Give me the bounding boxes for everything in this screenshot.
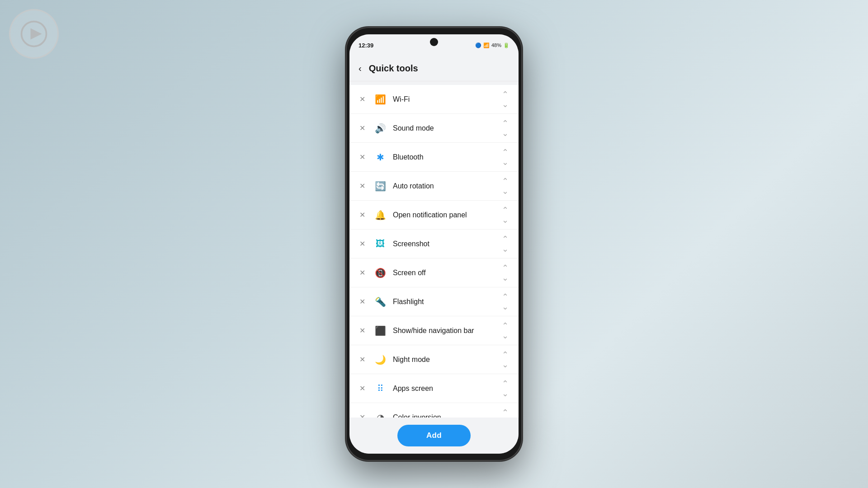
reorder-btn-wifi[interactable]: ⌃⌄: [499, 93, 511, 106]
label-screenshot: Screenshot: [393, 240, 499, 248]
remove-btn-wifi[interactable]: ✕: [357, 94, 368, 105]
tools-list: ✕ 📶 Wi-Fi ⌃⌄ ✕ 🔊 Sound mode ⌃⌄ ✕ ✱ Bluet…: [349, 81, 519, 418]
label-colorinvert: Color inversion: [393, 413, 499, 418]
remove-btn-colorinvert[interactable]: ✕: [357, 412, 368, 418]
label-appsscreen: Apps screen: [393, 385, 499, 393]
status-time: 12:39: [359, 42, 373, 49]
remove-btn-nightmode[interactable]: ✕: [357, 354, 368, 365]
front-camera: [430, 38, 438, 46]
label-navbar: Show/hide navigation bar: [393, 327, 499, 335]
reorder-btn-nightmode[interactable]: ⌃⌄: [499, 353, 511, 366]
signal-icon: 📶: [483, 42, 490, 48]
svg-marker-1: [31, 28, 42, 40]
icon-notifpanel: 🔔: [373, 208, 387, 222]
label-autorotate: Auto rotation: [393, 182, 499, 190]
list-item-screenshot[interactable]: ✕ 🖼 Screenshot ⌃⌄: [349, 230, 519, 258]
reorder-btn-flashlight[interactable]: ⌃⌄: [499, 296, 511, 308]
remove-btn-screenoff[interactable]: ✕: [357, 267, 368, 278]
add-section: Add: [349, 418, 519, 454]
list-item-autorotate[interactable]: ✕ 🔄 Auto rotation ⌃⌄: [349, 172, 519, 201]
play-icon: [20, 20, 47, 47]
reorder-btn-soundmode[interactable]: ⌃⌄: [499, 122, 511, 135]
page-title: Quick tools: [369, 63, 418, 74]
list-item-screenoff[interactable]: ✕ 📵 Screen off ⌃⌄: [349, 258, 519, 287]
label-bluetooth: Bluetooth: [393, 153, 499, 161]
back-button[interactable]: ‹: [357, 61, 363, 75]
reorder-btn-screenoff[interactable]: ⌃⌄: [499, 267, 511, 279]
add-button[interactable]: Add: [397, 425, 471, 446]
reorder-btn-autorotate[interactable]: ⌃⌄: [499, 180, 511, 192]
icon-nightmode: 🌙: [373, 352, 387, 367]
list-item-flashlight[interactable]: ✕ 🔦 Flashlight ⌃⌄: [349, 287, 519, 316]
reorder-btn-navbar[interactable]: ⌃⌄: [499, 324, 511, 337]
list-item-notifpanel[interactable]: ✕ 🔔 Open notification panel ⌃⌄: [349, 201, 519, 230]
icon-wifi: 📶: [373, 92, 387, 107]
remove-btn-navbar[interactable]: ✕: [357, 325, 368, 336]
remove-btn-autorotate[interactable]: ✕: [357, 181, 368, 192]
label-screenoff: Screen off: [393, 269, 499, 277]
list-item-nightmode[interactable]: ✕ 🌙 Night mode ⌃⌄: [349, 345, 519, 374]
reorder-btn-notifpanel[interactable]: ⌃⌄: [499, 209, 511, 221]
list-item-wifi[interactable]: ✕ 📶 Wi-Fi ⌃⌄: [349, 85, 519, 114]
phone-frame: 12:39 🔵 📶 48% 🔋 ‹ Quick tools ✕ 📶 Wi-Fi: [346, 27, 522, 461]
icon-flashlight: 🔦: [373, 295, 387, 309]
app-header: ‹ Quick tools: [349, 56, 519, 81]
icon-appsscreen: ⠿: [373, 381, 387, 396]
icon-soundmode: 🔊: [373, 121, 387, 136]
label-nightmode: Night mode: [393, 356, 499, 364]
remove-btn-notifpanel[interactable]: ✕: [357, 210, 368, 221]
bluetooth-status-icon: 🔵: [475, 42, 481, 48]
list-item-soundmode[interactable]: ✕ 🔊 Sound mode ⌃⌄: [349, 114, 519, 143]
icon-colorinvert: ◑: [373, 410, 387, 418]
remove-btn-bluetooth[interactable]: ✕: [357, 152, 368, 163]
status-icons: 🔵 📶 48% 🔋: [475, 42, 509, 48]
remove-btn-appsscreen[interactable]: ✕: [357, 383, 368, 394]
reorder-btn-appsscreen[interactable]: ⌃⌄: [499, 382, 511, 395]
status-bar: 12:39 🔵 📶 48% 🔋: [349, 34, 519, 56]
phone-screen: 12:39 🔵 📶 48% 🔋 ‹ Quick tools ✕ 📶 Wi-Fi: [349, 34, 519, 454]
icon-navbar: ⬛: [373, 324, 387, 338]
icon-screenshot: 🖼: [373, 237, 387, 251]
watermark-logo: [9, 9, 59, 59]
scene: 12:39 🔵 📶 48% 🔋 ‹ Quick tools ✕ 📶 Wi-Fi: [0, 0, 868, 488]
list-item-colorinvert[interactable]: ✕ ◑ Color inversion ⌃⌄: [349, 403, 519, 418]
reorder-btn-bluetooth[interactable]: ⌃⌄: [499, 151, 511, 164]
remove-btn-flashlight[interactable]: ✕: [357, 296, 368, 307]
label-flashlight: Flashlight: [393, 298, 499, 306]
list-item-bluetooth[interactable]: ✕ ✱ Bluetooth ⌃⌄: [349, 143, 519, 172]
label-soundmode: Sound mode: [393, 124, 499, 132]
remove-btn-soundmode[interactable]: ✕: [357, 123, 368, 134]
list-item-appsscreen[interactable]: ✕ ⠿ Apps screen ⌃⌄: [349, 374, 519, 403]
reorder-btn-screenshot[interactable]: ⌃⌄: [499, 238, 511, 250]
icon-bluetooth: ✱: [373, 150, 387, 164]
list-item-navbar[interactable]: ✕ ⬛ Show/hide navigation bar ⌃⌄: [349, 316, 519, 345]
icon-screenoff: 📵: [373, 266, 387, 280]
label-notifpanel: Open notification panel: [393, 211, 499, 219]
battery-text: 48%: [491, 42, 501, 48]
reorder-btn-colorinvert[interactable]: ⌃⌄: [499, 411, 511, 418]
battery-icon: 🔋: [503, 42, 509, 48]
remove-btn-screenshot[interactable]: ✕: [357, 239, 368, 249]
label-wifi: Wi-Fi: [393, 95, 499, 103]
icon-autorotate: 🔄: [373, 179, 387, 193]
